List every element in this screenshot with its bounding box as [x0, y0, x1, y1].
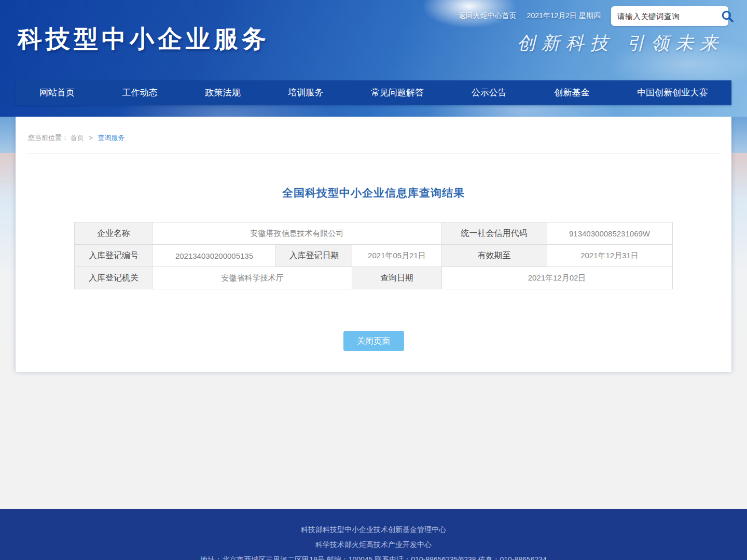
breadcrumb-home-link[interactable]: 首页	[71, 134, 84, 142]
table-row: 入库登记机关 安徽省科学技术厅 查询日期 2021年12月02日	[75, 267, 672, 289]
breadcrumb-current-link[interactable]: 查询服务	[98, 134, 125, 142]
main-nav: 网站首页 工作动态 政策法规 培训服务 常见问题解答 公示公告 创新基金 中国创…	[16, 80, 731, 105]
search-button[interactable]	[721, 9, 735, 23]
company-name-label: 企业名称	[75, 222, 153, 245]
content-background: 您当前位置： 首页 > 查询服务 全国科技型中小企业信息库查询结果 企业名称 安…	[0, 117, 747, 509]
query-result-table: 企业名称 安徽塔孜信息技术有限公司 统一社会信用代码 9134030008523…	[74, 222, 672, 289]
nav-item-announcements[interactable]: 公示公告	[466, 87, 512, 99]
close-page-button[interactable]: 关闭页面	[343, 331, 404, 351]
header: 返回火炬中心首页 2021年12月2日 星期四 科技型中小企业服务 创新科技 引…	[0, 0, 747, 117]
search-box[interactable]	[611, 6, 728, 26]
company-name-value: 安徽塔孜信息技术有限公司	[153, 222, 441, 245]
breadcrumb-prefix: 您当前位置：	[28, 134, 68, 142]
nav-item-work-news[interactable]: 工作动态	[117, 87, 163, 99]
breadcrumb-separator: >	[89, 134, 93, 142]
site-logo: 科技型中小企业服务	[18, 23, 270, 55]
table-row: 入库登记编号 202134030200005135 入库登记日期 2021年05…	[75, 245, 672, 267]
registration-authority-value: 安徽省科学技术厅	[153, 267, 352, 289]
footer-org-line1: 科技部科技型中小企业技术创新基金管理中心	[0, 522, 747, 537]
search-input[interactable]	[617, 12, 721, 21]
current-date: 2021年12月2日 星期四	[527, 11, 601, 21]
nav-item-innovation-fund[interactable]: 创新基金	[549, 87, 594, 99]
footer: 科技部科技型中小企业技术创新基金管理中心 科学技术部火炬高技术产业开发中心 地址…	[0, 509, 747, 560]
registration-date-label: 入库登记日期	[276, 245, 352, 267]
topbar: 返回火炬中心首页 2021年12月2日 星期四	[459, 6, 728, 26]
nav-item-home[interactable]: 网站首页	[34, 87, 80, 99]
table-row: 企业名称 安徽塔孜信息技术有限公司 统一社会信用代码 9134030008523…	[75, 222, 672, 245]
query-date-value: 2021年12月02日	[441, 267, 672, 289]
valid-until-value: 2021年12月31日	[547, 245, 672, 267]
back-to-torch-home-link[interactable]: 返回火炬中心首页	[459, 11, 517, 21]
registration-authority-label: 入库登记机关	[75, 267, 153, 289]
query-date-label: 查询日期	[352, 267, 441, 289]
credit-code-value: 91340300085231069W	[547, 222, 672, 245]
footer-address-line: 地址：北京市西城区三里河二区甲18号 邮编：100045 联系电话：010-88…	[0, 552, 747, 560]
nav-item-faq[interactable]: 常见问题解答	[366, 87, 429, 99]
nav-item-policies[interactable]: 政策法规	[200, 87, 245, 99]
credit-code-label: 统一社会信用代码	[441, 222, 547, 245]
search-icon	[721, 9, 735, 23]
nav-item-training[interactable]: 培训服务	[283, 87, 328, 99]
registration-number-label: 入库登记编号	[75, 245, 153, 267]
registration-date-value: 2021年05月21日	[352, 245, 441, 267]
page-title: 全国科技型中小企业信息库查询结果	[27, 186, 720, 200]
close-button-container: 关闭页面	[27, 331, 720, 372]
breadcrumb: 您当前位置： 首页 > 查询服务	[27, 117, 720, 153]
nav-item-innovation-competition[interactable]: 中国创新创业大赛	[632, 87, 713, 99]
main-panel: 您当前位置： 首页 > 查询服务 全国科技型中小企业信息库查询结果 企业名称 安…	[16, 117, 731, 372]
site-slogan: 创新科技 引领未来	[517, 31, 724, 55]
footer-org-line2: 科学技术部火炬高技术产业开发中心	[0, 537, 747, 552]
registration-number-value: 202134030200005135	[153, 245, 276, 267]
valid-until-label: 有效期至	[441, 245, 547, 267]
